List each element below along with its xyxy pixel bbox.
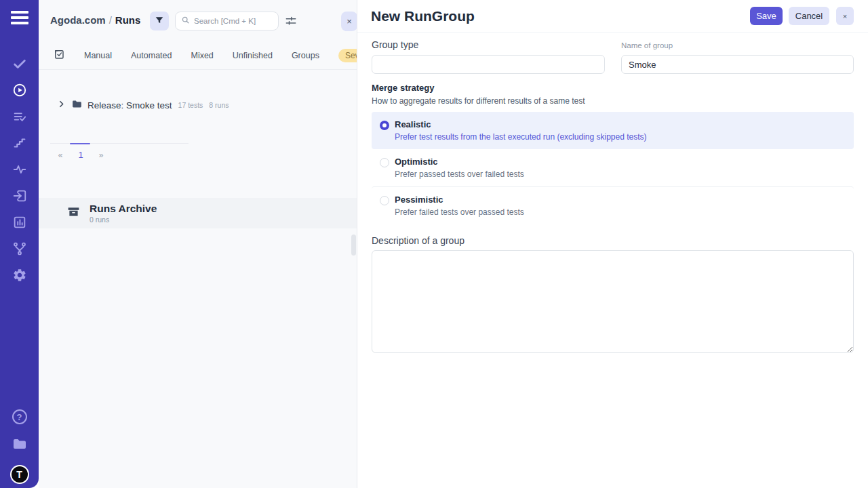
panel-resize-handle[interactable] — [351, 235, 356, 256]
filter-tab-automated[interactable]: Automated — [131, 51, 172, 60]
pagination-next-button[interactable]: » — [96, 150, 106, 160]
archive-title: Runs Archive — [90, 203, 157, 214]
description-label: Description of a group — [372, 235, 854, 246]
filter-tab-groups[interactable]: Groups — [292, 51, 319, 60]
steps-icon — [12, 136, 27, 153]
select-runs-icon[interactable] — [53, 48, 65, 63]
sidebar-item-milestones[interactable] — [0, 131, 39, 157]
main-sidebar: ? T — [0, 0, 39, 488]
search-box — [175, 12, 279, 30]
sidebar-item-reports[interactable] — [0, 210, 39, 237]
pagination-page-1[interactable]: 1 — [75, 150, 86, 160]
filter-tabs-row: Manual Automated Mixed Unfinished Groups… — [39, 42, 357, 70]
profile-avatar[interactable]: T — [12, 466, 28, 483]
description-textarea[interactable] — [372, 250, 854, 353]
filter-tab-manual[interactable]: Manual — [84, 51, 112, 60]
sidebar-item-branches[interactable] — [0, 237, 39, 263]
option-realistic[interactable]: Realistic Prefer test results from the l… — [372, 112, 854, 149]
projects-folder-icon[interactable] — [12, 436, 28, 455]
severity-badge[interactable]: Severity — [338, 49, 357, 62]
form-content: Group type Name of group Merge strategy … — [357, 33, 868, 356]
sidebar-item-activity[interactable] — [0, 157, 39, 184]
archive-count: 0 runs — [90, 216, 157, 224]
search-icon — [181, 15, 190, 27]
run-group-name[interactable]: Release: Smoke test — [87, 100, 172, 110]
save-button[interactable]: Save — [750, 7, 783, 25]
option-optimistic-label: Optimistic — [395, 157, 524, 167]
option-realistic-desc: Prefer test results from the last execut… — [395, 132, 647, 142]
left-panel-close-button[interactable]: × — [341, 12, 357, 31]
option-optimistic[interactable]: Optimistic Prefer passed tests over fail… — [372, 149, 854, 186]
filter-tab-unfinished[interactable]: Unfinished — [233, 51, 273, 60]
pagination-active-indicator — [70, 143, 90, 144]
close-button[interactable]: × — [836, 7, 854, 25]
run-group-row[interactable]: Release: Smoke test 17 tests 8 runs — [39, 95, 357, 115]
pulse-icon — [12, 162, 27, 180]
name-of-group-label: Name of group — [621, 41, 854, 49]
option-realistic-label: Realistic — [395, 119, 647, 129]
radio-optimistic[interactable] — [380, 158, 389, 167]
chevron-right-icon[interactable] — [57, 99, 66, 111]
sidebar-item-suites[interactable] — [0, 104, 39, 131]
pagination-bar — [50, 143, 189, 144]
git-branch-icon — [12, 241, 27, 259]
app-window: ? T Agoda.com/Runs × — [0, 0, 868, 488]
breadcrumb-page[interactable]: Runs — [115, 14, 141, 26]
sidebar-item-runs[interactable] — [0, 78, 39, 104]
merge-strategy-options: Realistic Prefer test results from the l… — [372, 112, 854, 224]
breadcrumb-separator: / — [106, 14, 115, 26]
sidebar-item-import[interactable] — [0, 184, 39, 210]
page-title: New RunGroup — [371, 8, 750, 24]
group-type-input[interactable] — [372, 55, 605, 74]
option-pessimistic-label: Pessimistic — [395, 195, 524, 205]
sidebar-item-tests[interactable] — [0, 52, 39, 78]
cancel-button[interactable]: Cancel — [789, 7, 829, 25]
option-pessimistic[interactable]: Pessimistic Prefer failed tests over pas… — [372, 186, 854, 224]
help-icon[interactable]: ? — [12, 409, 27, 424]
funnel-icon — [154, 15, 165, 28]
run-group-runs-count: 8 runs — [209, 101, 229, 109]
pagination-prev-button[interactable]: « — [55, 150, 66, 160]
new-rungroup-panel: New RunGroup Save Cancel × Group type Na… — [357, 0, 868, 488]
filter-tab-mixed[interactable]: Mixed — [191, 51, 213, 60]
name-of-group-input[interactable] — [621, 55, 854, 74]
filter-button[interactable] — [150, 12, 169, 30]
panel-header: New RunGroup Save Cancel × — [357, 0, 868, 33]
pagination: « 1 » — [50, 143, 189, 160]
check-icon — [12, 56, 27, 74]
run-group-tests-count: 17 tests — [178, 101, 203, 109]
search-input[interactable] — [194, 17, 269, 25]
sidebar-item-settings[interactable] — [0, 263, 39, 289]
bar-chart-icon — [12, 215, 27, 232]
adjustments-icon[interactable] — [284, 14, 298, 28]
gear-icon — [12, 268, 27, 285]
runs-list-panel: Agoda.com/Runs × Manual Automated Mixed … — [39, 0, 357, 488]
folder-icon — [71, 98, 83, 113]
radio-realistic[interactable] — [380, 121, 389, 130]
radio-pessimistic[interactable] — [380, 196, 389, 205]
runs-archive-row[interactable]: Runs Archive 0 runs — [39, 198, 357, 228]
menu-icon[interactable] — [11, 11, 28, 24]
merge-strategy-title: Merge strategy — [372, 83, 854, 93]
group-type-label: Group type — [372, 39, 605, 50]
merge-strategy-subtitle: How to aggregate results for different r… — [372, 96, 854, 106]
play-circle-icon — [12, 83, 27, 100]
list-check-icon — [12, 109, 27, 127]
option-optimistic-desc: Prefer passed tests over failed tests — [395, 169, 524, 179]
import-icon — [12, 188, 27, 206]
option-pessimistic-desc: Prefer failed tests over passed tests — [395, 207, 524, 217]
archive-box-icon — [66, 205, 81, 222]
left-panel-header: Agoda.com/Runs × — [39, 0, 357, 42]
breadcrumb: Agoda.com/Runs — [50, 14, 140, 26]
breadcrumb-project[interactable]: Agoda.com — [50, 14, 106, 26]
